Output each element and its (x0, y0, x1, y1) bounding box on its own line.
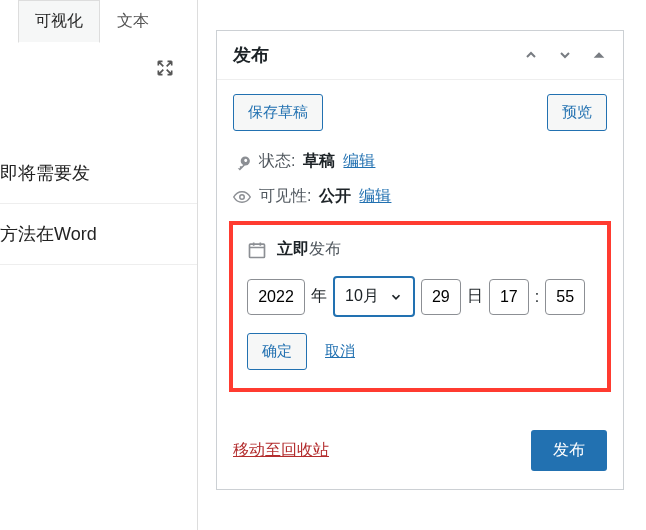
panel-controls (523, 47, 607, 63)
month-select[interactable]: 10月 (333, 276, 415, 317)
move-to-trash-link[interactable]: 移动至回收站 (233, 440, 329, 461)
date-picker-row: 年 10月 日 : (247, 276, 593, 317)
key-icon (233, 153, 251, 171)
schedule-heading: 立即发布 (247, 239, 593, 260)
app-root: 可视化 文本 即将需要发 方法在Word 发布 (0, 0, 646, 530)
chevron-down-icon[interactable] (557, 47, 573, 63)
chevron-down-icon (389, 290, 403, 304)
fullscreen-icon[interactable] (155, 58, 175, 83)
svg-point-0 (240, 194, 245, 199)
visibility-label: 可见性: (259, 186, 311, 207)
schedule-confirm-row: 确定 取消 (247, 333, 593, 370)
chevron-up-icon[interactable] (523, 47, 539, 63)
status-row: 状态: 草稿 编辑 (233, 151, 607, 172)
panel-footer: 移动至回收站 发布 (217, 416, 623, 489)
tab-visual[interactable]: 可视化 (18, 0, 100, 43)
ok-button[interactable]: 确定 (247, 333, 307, 370)
caret-up-icon[interactable] (591, 47, 607, 63)
schedule-rest: 发布 (309, 240, 341, 257)
schedule-bold: 立即 (277, 240, 309, 257)
publish-button[interactable]: 发布 (531, 430, 607, 471)
day-suffix: 日 (467, 286, 483, 307)
cancel-link[interactable]: 取消 (325, 342, 355, 361)
publish-panel: 发布 保存草稿 预览 状态: 草稿 编辑 (216, 30, 624, 490)
visibility-value: 公开 (319, 186, 351, 207)
day-input[interactable] (421, 279, 461, 315)
eye-icon (233, 188, 251, 206)
editor-left-pane: 可视化 文本 即将需要发 方法在Word (0, 0, 198, 530)
preview-button[interactable]: 预览 (547, 94, 607, 131)
list-item[interactable]: 即将需要发 (0, 143, 197, 204)
sidebar-right: 发布 保存草稿 预览 状态: 草稿 编辑 (198, 0, 646, 530)
status-label: 状态: (259, 151, 295, 172)
draft-preview-row: 保存草稿 预览 (233, 94, 607, 131)
editor-tabs: 可视化 文本 (18, 0, 197, 43)
visibility-row: 可见性: 公开 编辑 (233, 186, 607, 207)
panel-header: 发布 (217, 31, 623, 80)
panel-body: 保存草稿 预览 状态: 草稿 编辑 可见性: 公开 编辑 (217, 80, 623, 416)
time-colon: : (535, 288, 539, 306)
schedule-highlight: 立即发布 年 10月 日 : (229, 221, 611, 392)
year-suffix: 年 (311, 286, 327, 307)
year-input[interactable] (247, 279, 305, 315)
visibility-edit-link[interactable]: 编辑 (359, 186, 391, 207)
save-draft-button[interactable]: 保存草稿 (233, 94, 323, 131)
minute-input[interactable] (545, 279, 585, 315)
svg-rect-1 (250, 244, 265, 257)
post-list: 即将需要发 方法在Word (0, 143, 197, 265)
status-edit-link[interactable]: 编辑 (343, 151, 375, 172)
list-item[interactable]: 方法在Word (0, 204, 197, 265)
hour-input[interactable] (489, 279, 529, 315)
month-value: 10月 (345, 286, 379, 307)
calendar-icon (247, 240, 267, 260)
panel-title: 发布 (233, 43, 269, 67)
status-value: 草稿 (303, 151, 335, 172)
tab-text[interactable]: 文本 (100, 0, 166, 43)
